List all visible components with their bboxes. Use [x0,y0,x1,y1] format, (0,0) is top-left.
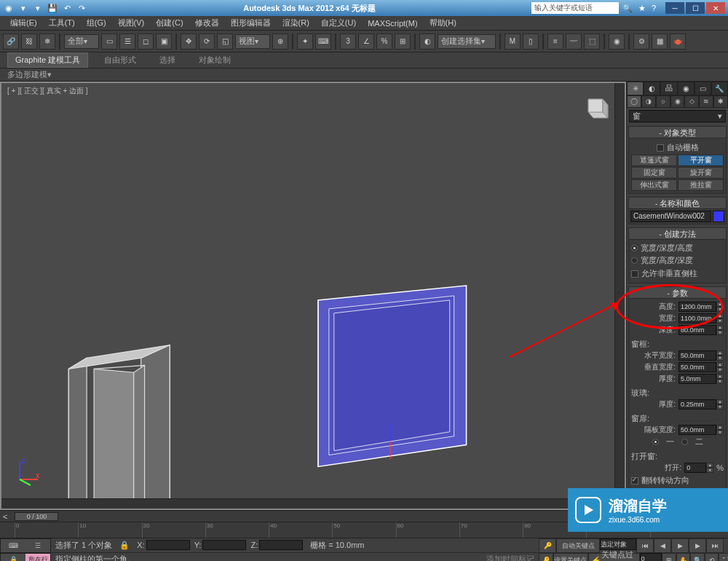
named-sel-icon[interactable]: ◐ [419,34,435,50]
depth-spinner[interactable] [678,325,716,335]
spinner-snap-icon[interactable]: ⊞ [395,34,411,50]
nonvert-checkbox[interactable] [631,270,638,278]
maxscript-listener[interactable]: 所在行 [25,554,50,562]
schematic-icon[interactable]: ⬚ [584,34,600,50]
manipulate-icon[interactable]: ✦ [297,34,313,50]
lights-subtab-icon[interactable]: ☼ [656,95,670,108]
lock-selection-icon[interactable]: 🔒 [119,541,130,550]
align-icon[interactable]: ▯ [523,34,539,50]
ref-coord-dropdown[interactable]: 视图 ▾ [235,34,270,49]
maximize-button[interactable]: ☐ [686,2,705,14]
select-icon[interactable]: ▭ [101,34,117,50]
width-spinner[interactable] [678,313,716,323]
move-icon[interactable]: ✥ [181,34,197,50]
render-setup-icon[interactable]: ⚙ [633,34,649,50]
type-casement[interactable]: 平开窗 [678,154,724,166]
play-next-icon[interactable]: ▶ [689,538,706,553]
link-icon[interactable]: 🔗 [3,34,19,50]
nav-orbit-icon[interactable]: ⟲ [705,553,719,561]
menu-group[interactable]: 组(G) [81,16,112,30]
cm-radio-2[interactable] [631,257,638,264]
play-icon[interactable]: ▶ [671,538,689,553]
hierarchy-tab-icon[interactable]: 品 [660,82,677,95]
select-name-icon[interactable]: ☰ [119,34,135,50]
auto-grid-checkbox[interactable] [657,144,664,152]
toggle-icon[interactable]: ☰ [25,539,50,552]
height-spinner[interactable] [678,302,716,312]
material-icon[interactable]: ◉ [609,34,625,50]
save-icon[interactable]: 💾 [47,2,58,14]
motion-tab-icon[interactable]: ◉ [678,82,695,95]
mirror-icon[interactable]: M [505,34,521,50]
close-button[interactable]: ✕ [706,2,725,14]
type-projected[interactable]: 伸出式窗 [631,179,677,191]
type-pivoted[interactable]: 旋开窗 [678,167,724,178]
leaf-one-radio[interactable] [652,439,659,445]
coord-y[interactable] [202,540,246,550]
key-selset[interactable] [600,538,636,550]
menu-graph[interactable]: 图形编辑器 [225,16,277,30]
nav-zoom-icon[interactable]: 🔍 [690,553,705,561]
setkey-icon[interactable]: 🔑 [539,553,553,561]
ribbon-tab-graphite[interactable]: Graphite 建模工具 [7,52,88,68]
window-crossing-icon[interactable]: ▣ [156,34,172,50]
select-rect-icon[interactable]: ◻ [138,34,154,50]
redo-icon[interactable]: ↷ [76,2,87,14]
angle-snap-icon[interactable]: ∠ [358,34,374,50]
display-tab-icon[interactable]: ▭ [695,82,711,95]
vframe-spinner[interactable] [678,362,716,372]
category-dropdown[interactable]: 窗▾ [629,110,726,122]
type-fixed[interactable]: 固定窗 [631,167,677,178]
autokey-button[interactable]: 自动关键点 [556,538,600,553]
current-frame[interactable] [640,553,662,561]
percent-snap-icon[interactable]: % [376,34,392,50]
coord-x[interactable] [146,540,190,550]
panel-w-spinner[interactable] [678,425,716,435]
coord-z[interactable] [259,540,303,550]
menu-help[interactable]: 帮助(H) [424,16,462,30]
setkey-button[interactable]: 设置关键点 [553,553,588,561]
render-icon[interactable]: 🫖 [670,34,686,50]
object-name-input[interactable]: CasementWindow002 [630,211,711,222]
menu-maxscript[interactable]: MAXScript(M) [362,17,423,29]
minimize-button[interactable]: ─ [665,2,684,14]
cm-radio-1[interactable] [631,245,638,251]
rendered-frame-icon[interactable]: ▦ [652,34,668,50]
scale-icon[interactable]: ◱ [217,34,233,50]
menu-create[interactable]: 创建(C) [150,16,189,30]
binoculars-icon[interactable]: 🔍 [622,2,633,14]
ribbon-tab-paint[interactable]: 对象绘制 [191,53,238,67]
lock-icon[interactable]: 🔒 [1,554,25,562]
help-icon[interactable]: ? [648,2,660,14]
nav-pan-icon[interactable]: ✋ [676,553,691,561]
thick-spinner[interactable] [678,374,716,384]
play-end-icon[interactable]: ⏭ [706,538,724,553]
key-filters-button[interactable]: ⚡关键点过滤器 [588,553,641,561]
geometry-subtab-icon[interactable]: ◯ [627,95,641,108]
curve-editor-icon[interactable]: 〰 [566,34,582,50]
layer-icon[interactable]: ≡ [547,34,563,50]
ribbon-tab-selection[interactable]: 选择 [152,53,183,67]
nav-max-icon[interactable]: ⛶ [719,553,728,561]
app-icon[interactable]: ◉ [3,2,15,14]
key-icon[interactable]: 🔑 [539,538,556,553]
cameras-subtab-icon[interactable]: ◉ [670,95,685,108]
new-icon[interactable]: ▾ [17,2,29,14]
leaf-two-radio[interactable] [681,439,688,445]
viewport-scroll-h[interactable] [1,498,625,509]
menu-views[interactable]: 视图(V) [112,16,151,30]
named-selection-set[interactable]: 创建选择集 ▾ [438,34,496,49]
menu-customize[interactable]: 自定义(U) [315,16,362,30]
help-search[interactable]: 输入关键字或短语 [531,2,619,14]
pivot-icon[interactable]: ⊕ [272,34,288,50]
snap-icon[interactable]: 3 [340,34,356,50]
selection-filter[interactable]: 全部 ▾ [64,34,99,49]
glass-thick-spinner[interactable] [678,399,716,409]
mini-listener-icon[interactable]: ⌨ [1,539,25,552]
spacewarps-subtab-icon[interactable]: ≋ [699,95,713,108]
helpers-subtab-icon[interactable]: ◇ [684,95,699,108]
menu-render[interactable]: 渲染(R) [277,16,315,30]
viewport[interactable]: [ + ][ 正交 ][ 真实 + 边面 ] [0,82,626,510]
menu-tools[interactable]: 工具(T) [43,16,81,30]
systems-subtab-icon[interactable]: ✱ [713,95,728,108]
